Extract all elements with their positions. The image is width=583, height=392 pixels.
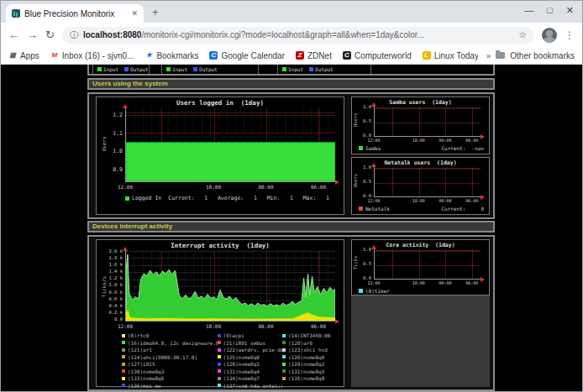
forward-icon[interactable]: → [27,29,38,41]
minimize-icon[interactable]: — [524,5,533,16]
legend-label: (129)nvme0q2 [288,361,324,367]
x-tick: 18:00 [412,138,425,143]
bookmark-item[interactable]: L Linux Today [423,51,478,60]
y-tick: 1.0 [363,247,371,252]
legend-item: Netatalk [359,206,390,212]
x-axis-arrow-icon [481,277,485,282]
window-controls: — □ ✕ [524,5,574,16]
legend-label: (133)nvme0q6 [128,375,164,381]
x-tick: 00:00 [439,138,452,143]
graph-core-activity[interactable]: Core activity (1day) Ticks 1.00.50.0 18:… [351,239,490,295]
netatalk-area-chart [375,167,481,196]
bookmark-item[interactable]: ★ Bookmarks [144,51,198,60]
y-tick: 1.6 k [108,262,123,267]
y-tick: 0.8 k [108,290,123,295]
graph-interrupt-activity[interactable]: Interrupt activity (1day) Ticks/s 2.0 k1… [96,239,344,387]
y-axis-ticks: 2.0 k1.8 k1.6 k1.4 k1.2 k1.0 k0.8 k0.6 k… [97,248,123,321]
graph-samba-users[interactable]: Samba users (1day) Users 1.00.50.0 18:00… [351,97,490,154]
legend-swatch [218,334,221,337]
users-area-chart [126,108,335,181]
y-axis-ticks: 1.00.50.0 [352,165,371,198]
bookmark-label: Bookmarks [156,51,198,60]
url-text[interactable]: localhost:8080/monitorix-cgi/monitorix.c… [83,30,513,39]
legend-label: Samba [365,145,381,151]
legend-swatch [359,146,363,150]
bookmark-item[interactable]: ▦ Apps [8,51,39,60]
back-icon[interactable]: ← [8,29,19,41]
bookmark-label: ZDNet [307,51,332,60]
partial-graph-legend: InputOutput [92,65,150,74]
legend-swatch [124,67,129,71]
address-bar[interactable]: ⓘ localhost:8080/monitorix-cgi/monitorix… [62,27,534,44]
x-tick: 06:00 [465,138,478,143]
legend-item: Samba [359,145,381,151]
legend-swatch [218,355,221,358]
x-tick: 18:00 [206,184,221,190]
bookmark-item[interactable]: C Computerworld [343,51,412,60]
y-tick: 2.0 k [108,248,123,253]
x-tick: 00:00 [439,280,452,285]
legend-item: (136)mei_me [122,383,218,389]
maximize-icon[interactable]: □ [547,5,553,16]
reload-icon[interactable]: ↻ [45,29,55,41]
x-axis-ticks: 18:0000:0006:0012:00 [374,198,481,203]
bookmark-item[interactable]: Z ZDNet [296,51,332,60]
legend-swatch [282,369,286,373]
graph-users-logged-in[interactable]: Users logged in (1day) Users 1.21.11.00.… [96,97,344,215]
profile-avatar[interactable] [542,28,557,43]
legend-item: (137)snd_hda_intel:card0 [218,383,282,389]
y-axis-arrow-icon [123,247,128,251]
bookmark-favicon-icon: C [343,51,351,60]
legend-item: (21)i801_smbus [218,340,282,346]
bookmarks-bar: ▦ Apps M Inbox (16) - sjvn0... ★ Bookmar… [1,47,582,65]
bookmark-favicon-icon: M [50,51,59,60]
section-header-users: Users using the system [87,78,495,90]
legend-item: (127)i915 [122,361,218,367]
overflow-chevron-icon[interactable]: » [486,51,491,60]
legend-item: (0)timer [359,288,390,294]
legend-swatch [309,67,313,71]
legend-item: Input [97,66,118,72]
bookmark-favicon-icon: ▦ [8,51,17,60]
legend-stats: Current: -nan [441,145,484,151]
legend-item: (16)idma64.0, i2c_designware.0 [122,340,218,346]
close-icon[interactable]: ✕ [566,5,574,16]
bookmark-star-icon[interactable]: ☆ [518,29,527,40]
browser-menu-icon[interactable]: ⋮ [565,29,575,41]
y-tick: 0.5 [363,118,371,123]
y-tick: 0.6 k [108,296,123,301]
legend-label: (16)idma64.0, i2c_designware.0 [128,340,218,346]
y-axis-ticks: 1.21.11.00.9 [97,112,123,173]
legend-swatch [218,348,221,352]
bookmark-item[interactable]: M Inbox (16) - sjvn0... [50,51,134,60]
bookmark-item[interactable]: C Google Calendar [209,51,285,60]
other-bookmarks-button[interactable]: » Other bookmarks [486,51,575,60]
partial-graph-legend: InputOutput [277,65,371,74]
browser-window: Blue Precision Monitorix ✕ + — □ ✕ ← → ↻… [0,0,583,392]
legend-label: (134)nvme0q7 [223,375,260,381]
section-body-users: Users logged in (1day) Users 1.21.11.00.… [87,92,495,219]
bookmark-label: Inbox (16) - sjvn0... [62,51,134,60]
x-tick: 12:00 [118,184,133,190]
tab-title: Blue Precision Monitorix [24,9,127,18]
graph-netatalk-users[interactable]: Netatalk users (1day) Users 1.00.50.0 18… [351,157,490,215]
x-tick: 18:00 [412,198,425,203]
x-tick: 00:00 [439,198,452,203]
x-axis-ticks: 18:0000:0006:0012:00 [374,138,481,143]
legend-swatch [122,377,125,380]
x-tick: 18:00 [412,280,425,285]
x-tick: 00:00 [258,323,273,329]
legend-label: Netatalk [365,206,390,212]
browser-tab[interactable]: Blue Precision Monitorix ✕ [6,4,144,23]
legend-item: (135)nvme0q8 [282,375,339,381]
legend-swatch [282,355,286,358]
page-info-icon[interactable]: ⓘ [70,29,78,41]
plot-area [374,107,481,137]
plot-area [374,249,481,280]
legend-swatch [166,67,171,71]
new-tab-button[interactable]: + [152,6,159,18]
tab-close-icon[interactable]: ✕ [131,9,138,18]
monitorix-favicon-icon [12,9,20,18]
legend-item: (125)nvme0q0 [218,354,282,360]
x-axis-ticks: 18:0000:0006:0012:00 [374,280,481,285]
